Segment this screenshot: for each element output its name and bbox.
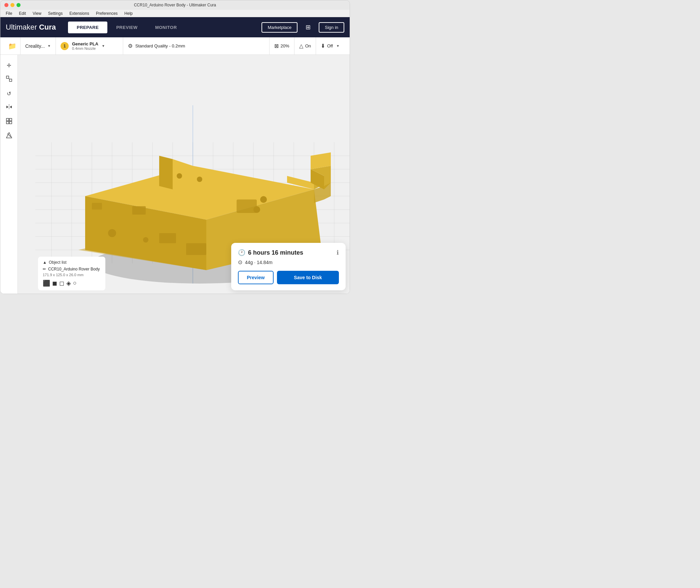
svg-rect-6	[6, 118, 9, 121]
preview-button[interactable]: Preview	[238, 271, 274, 284]
svg-point-51	[143, 237, 148, 243]
svg-marker-44	[159, 156, 173, 189]
object-info-panel: ▲ Object list ✏ CCR10_Arduino Rover Body…	[38, 257, 105, 290]
svg-point-59	[197, 177, 202, 182]
per-model-tool-button[interactable]	[3, 115, 15, 128]
material-info: Generic PLA 0.4mm Nozzle	[72, 41, 98, 50]
print-weight-row: ⊙ 44g · 14.84m	[238, 259, 339, 265]
object-list-header[interactable]: ▲ Object list	[43, 260, 101, 265]
per-model-icon	[6, 118, 12, 126]
menu-view[interactable]: View	[30, 10, 44, 16]
maximize-button[interactable]	[16, 3, 21, 7]
minimize-button[interactable]	[10, 3, 14, 7]
menu-file[interactable]: File	[3, 10, 15, 16]
settings-expand-button[interactable]: ▼	[335, 44, 341, 48]
print-info-panel: 🕐 6 hours 16 minutes ℹ ⊙ 44g · 14.84m Pr…	[231, 243, 346, 290]
infill-section: ⊠ 20%	[270, 37, 294, 54]
support-blocker-tool-button[interactable]	[3, 130, 15, 142]
logo-cura: Cura	[39, 23, 56, 32]
nozzle-size: 0.4mm Nozzle	[72, 46, 98, 50]
print-weight-value: 44g · 14.84m	[245, 260, 273, 265]
menu-settings[interactable]: Settings	[45, 10, 65, 16]
menu-extensions[interactable]: Extensions	[67, 10, 92, 16]
print-time: 🕐 6 hours 16 minutes	[238, 249, 303, 256]
svg-rect-1	[9, 79, 12, 81]
quality-selector[interactable]: ⚙ Standard Quality - 0.2mm	[123, 37, 270, 54]
open-folder-button[interactable]: 📁	[4, 37, 21, 54]
support-section: △ On	[294, 37, 316, 54]
support-label: On	[305, 43, 311, 48]
print-time-value: 6 hours 16 minutes	[248, 249, 303, 256]
signin-button[interactable]: Sign in	[319, 22, 344, 33]
clock-icon: 🕐	[238, 249, 245, 256]
tab-prepare[interactable]: PREPARE	[68, 22, 107, 33]
adhesion-icon: ⬇	[321, 43, 325, 49]
object-name-row: ✏ CCR10_Arduino Rover Body	[43, 267, 101, 271]
support-icon: △	[299, 43, 303, 49]
svg-rect-9	[9, 121, 12, 124]
object-list-label: Object list	[49, 260, 67, 265]
printer-chevron-icon: ▼	[47, 44, 51, 48]
marketplace-button[interactable]: Marketplace	[261, 22, 298, 33]
object-dimensions: 171.9 x 125.0 x 26.0 mm	[43, 273, 101, 277]
shape-icons-row: ⬛ ◼ ◻ ◈ ○	[43, 280, 101, 287]
material-name: Generic PLA	[72, 41, 98, 46]
svg-point-50	[108, 229, 116, 237]
menu-help[interactable]: Help	[122, 10, 136, 16]
material-selector[interactable]: 1 Generic PLA 0.4mm Nozzle ▼	[56, 37, 123, 54]
info-icon[interactable]: ℹ	[337, 249, 339, 256]
print-actions: Preview Save to Disk	[238, 271, 339, 284]
infill-icon: ⊠	[274, 43, 279, 49]
mirror-tool-button[interactable]	[3, 101, 15, 114]
edit-icon: ✏	[43, 267, 46, 271]
svg-rect-8	[6, 121, 9, 124]
menu-preferences[interactable]: Preferences	[93, 10, 120, 16]
header: Ultimaker Cura PREPARE PREVIEW MONITOR M…	[0, 17, 350, 37]
window-title: CCR10_Arduino Rover Body - Ultimaker Cur…	[134, 3, 216, 7]
main-area: ✛ ↺	[0, 55, 350, 294]
torus-icon[interactable]: ○	[73, 280, 77, 287]
rotate-tool-button[interactable]: ↺	[3, 87, 15, 100]
left-toolbar: ✛ ↺	[0, 55, 18, 294]
apps-grid-button[interactable]: ⊞	[303, 22, 313, 32]
nozzle-badge: 1	[61, 42, 69, 50]
printer-selector[interactable]: Creality... ▼	[21, 37, 56, 54]
svg-rect-60	[92, 203, 102, 210]
close-button[interactable]	[4, 3, 8, 7]
rotate-icon: ↺	[7, 90, 11, 97]
mirror-icon	[6, 104, 12, 112]
tab-monitor[interactable]: MONITOR	[146, 22, 186, 33]
scale-tool-button[interactable]	[3, 73, 15, 86]
move-icon: ✛	[7, 62, 11, 69]
svg-marker-4	[6, 106, 8, 108]
header-tabs: PREPARE PREVIEW MONITOR	[68, 22, 186, 33]
support-blocker-icon	[6, 132, 12, 140]
material-chevron-icon: ▼	[102, 44, 105, 48]
cylinder-icon[interactable]: ◼	[52, 280, 57, 287]
menu-edit[interactable]: Edit	[16, 10, 29, 16]
printer-label: Creality...	[25, 43, 45, 49]
quality-label: Standard Quality - 0.2mm	[135, 43, 185, 48]
grid-icon: ⊞	[306, 24, 311, 31]
svg-marker-5	[10, 106, 12, 108]
weight-icon: ⊙	[238, 259, 242, 265]
sphere-icon[interactable]: ◻	[59, 280, 64, 287]
infill-value: 20%	[281, 43, 289, 48]
titlebar: CCR10_Arduino Rover Body - Ultimaker Cur…	[0, 0, 350, 10]
canvas-area[interactable]: ▲ Object list ✏ CCR10_Arduino Rover Body…	[18, 55, 350, 294]
menubar: File Edit View Settings Extensions Prefe…	[0, 10, 350, 17]
svg-rect-57	[186, 243, 206, 255]
svg-point-54	[260, 196, 267, 203]
object-name: CCR10_Arduino Rover Body	[48, 267, 100, 271]
svg-point-53	[253, 206, 260, 213]
save-to-disk-button[interactable]: Save to Disk	[277, 271, 339, 284]
window-controls	[4, 3, 21, 7]
move-tool-button[interactable]: ✛	[3, 59, 15, 72]
cone-icon[interactable]: ◈	[66, 280, 71, 287]
collapse-icon: ▲	[43, 260, 47, 265]
tab-preview[interactable]: PREVIEW	[107, 22, 146, 33]
logo-ultimaker: Ultimaker	[6, 23, 37, 32]
logo: Ultimaker Cura	[6, 23, 56, 32]
cube-icon[interactable]: ⬛	[43, 280, 50, 287]
svg-point-58	[177, 173, 182, 179]
